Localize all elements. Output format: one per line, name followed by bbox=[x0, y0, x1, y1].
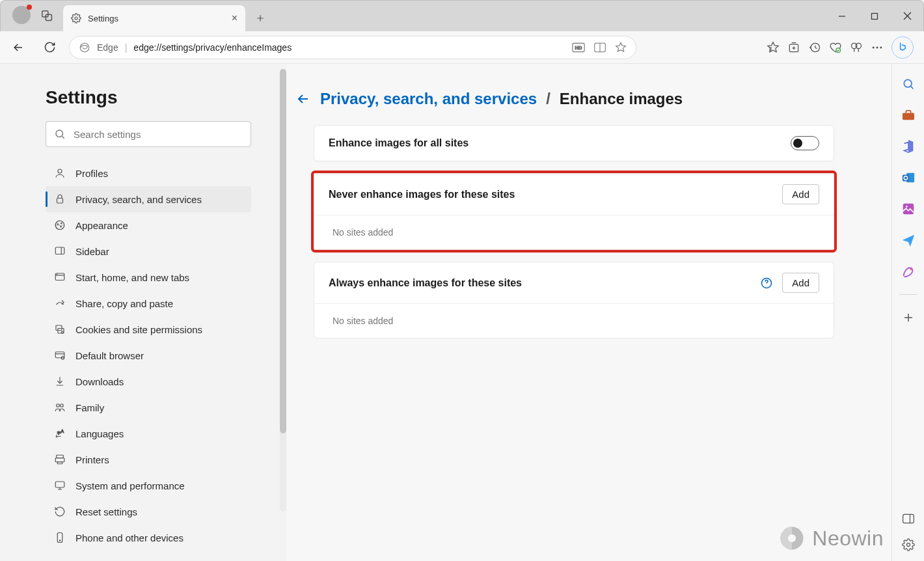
workspaces-icon[interactable] bbox=[40, 8, 55, 24]
menu-dots-icon[interactable] bbox=[871, 41, 884, 54]
nav-item-label: Family bbox=[75, 402, 104, 413]
svg-point-13 bbox=[873, 46, 875, 48]
svg-rect-50 bbox=[903, 514, 914, 523]
svg-rect-29 bbox=[55, 352, 64, 358]
settings-search[interactable] bbox=[46, 121, 251, 147]
minimize-button[interactable] bbox=[826, 1, 858, 31]
breadcrumb-current: Enhance images bbox=[560, 90, 683, 108]
settings-sidebar: Settings ProfilesPrivacy, search, and se… bbox=[0, 64, 286, 561]
svg-point-28 bbox=[61, 331, 63, 333]
sidebar-search-icon[interactable] bbox=[900, 75, 917, 92]
scrollbar-thumb[interactable] bbox=[280, 69, 286, 433]
nav-item-cookies-and-site-permissions[interactable]: Cookies and site permissions bbox=[46, 316, 251, 342]
breadcrumb-back-icon[interactable] bbox=[295, 91, 311, 107]
new-tab-button[interactable] bbox=[249, 7, 271, 29]
nav-item-languages[interactable]: A字Languages bbox=[46, 420, 251, 446]
nav-item-icon bbox=[53, 271, 66, 284]
titlebar-left bbox=[1, 1, 61, 31]
svg-rect-35 bbox=[57, 455, 64, 458]
nav-item-family[interactable]: Family bbox=[46, 394, 251, 420]
svg-point-17 bbox=[58, 169, 62, 173]
back-button[interactable] bbox=[7, 36, 30, 59]
rewards-icon[interactable] bbox=[850, 41, 863, 54]
nav-item-profiles[interactable]: Profiles bbox=[46, 160, 251, 186]
svg-rect-26 bbox=[56, 325, 62, 331]
nav-item-reset-settings[interactable]: Reset settings bbox=[46, 499, 251, 525]
nav-item-icon bbox=[53, 505, 66, 518]
profile-avatar[interactable] bbox=[12, 6, 31, 24]
always-add-button[interactable]: Add bbox=[782, 273, 819, 293]
svg-point-20 bbox=[57, 224, 59, 225]
never-empty-text: No sites added bbox=[314, 215, 834, 249]
nav-item-label: Start, home, and new tabs bbox=[75, 272, 189, 283]
sidebar-office-icon[interactable] bbox=[900, 138, 917, 155]
window-titlebar: Settings × bbox=[0, 0, 924, 31]
settings-heading: Settings bbox=[46, 87, 273, 108]
breadcrumb-parent-link[interactable]: Privacy, search, and services bbox=[320, 90, 537, 108]
nav-item-label: Profiles bbox=[75, 168, 108, 179]
maximize-button[interactable] bbox=[858, 1, 891, 31]
nav-item-icon bbox=[53, 479, 66, 492]
nav-item-share-copy-and-paste[interactable]: Share, copy and paste bbox=[46, 290, 251, 316]
performance-heart-icon[interactable] bbox=[829, 41, 842, 54]
nav-item-privacy-search-and-services[interactable]: Privacy, search, and services bbox=[46, 186, 251, 212]
address-bar[interactable]: Edge | edge://settings/privacy/enhanceIm… bbox=[69, 36, 636, 59]
sidebar-designer-icon[interactable] bbox=[900, 263, 917, 280]
bing-chat-button[interactable] bbox=[891, 36, 914, 59]
nav-item-icon: A字 bbox=[53, 427, 66, 440]
favorite-star-icon[interactable] bbox=[615, 42, 627, 53]
card-title: Enhance images for all sites bbox=[329, 137, 469, 149]
svg-point-53 bbox=[788, 534, 796, 542]
nav-item-label: Default browser bbox=[75, 350, 144, 361]
nav-item-label: Sidebar bbox=[75, 246, 109, 257]
tab-close-icon[interactable]: × bbox=[232, 12, 238, 24]
sidebar-tools-icon[interactable] bbox=[900, 107, 917, 124]
sidebar-toggle-icon[interactable] bbox=[900, 510, 917, 527]
nav-item-label: System and performance bbox=[75, 480, 185, 491]
nav-item-sidebar[interactable]: Sidebar bbox=[46, 238, 251, 264]
nav-item-icon bbox=[53, 375, 66, 388]
card-always-enhance: Always enhance images for these sites Ad… bbox=[314, 262, 834, 338]
history-icon[interactable] bbox=[808, 41, 821, 54]
help-icon[interactable] bbox=[760, 277, 773, 290]
svg-rect-23 bbox=[55, 247, 64, 254]
sidebar-outlook-icon[interactable] bbox=[900, 169, 917, 186]
nav-item-label: Reset settings bbox=[75, 506, 137, 517]
tab-title: Settings bbox=[88, 14, 118, 23]
svg-text:HD: HD bbox=[575, 45, 582, 51]
enhance-all-toggle[interactable] bbox=[791, 136, 819, 150]
sidebar-add-icon[interactable] bbox=[900, 309, 917, 326]
nav-item-appearance[interactable]: Appearance bbox=[46, 212, 251, 238]
sidebar-image-creator-icon[interactable] bbox=[900, 200, 917, 217]
nav-item-printers[interactable]: Printers bbox=[46, 446, 251, 472]
nav-item-system-and-performance[interactable]: System and performance bbox=[46, 472, 251, 499]
toggle-knob-icon bbox=[793, 139, 802, 148]
tab-settings[interactable]: Settings × bbox=[63, 5, 245, 31]
svg-rect-3 bbox=[872, 13, 878, 19]
svg-text:字: 字 bbox=[57, 431, 61, 435]
svg-rect-37 bbox=[57, 462, 62, 464]
never-add-button[interactable]: Add bbox=[782, 184, 819, 204]
sidebar-settings-icon[interactable] bbox=[900, 536, 917, 553]
settings-nav: ProfilesPrivacy, search, and servicesApp… bbox=[46, 160, 251, 551]
svg-point-51 bbox=[906, 543, 910, 547]
nav-item-label: Languages bbox=[75, 428, 124, 439]
svg-text:A: A bbox=[61, 429, 64, 433]
nav-item-phone-and-other-devices[interactable]: Phone and other devices bbox=[46, 525, 251, 551]
svg-point-48 bbox=[905, 206, 907, 208]
hd-icon[interactable]: HD bbox=[572, 42, 585, 53]
collections-icon[interactable] bbox=[787, 41, 800, 54]
close-window-button[interactable] bbox=[891, 1, 923, 31]
settings-search-input[interactable] bbox=[74, 129, 243, 140]
edge-sidebar bbox=[891, 64, 924, 561]
refresh-button[interactable] bbox=[38, 36, 61, 59]
nav-item-default-browser[interactable]: Default browser bbox=[46, 342, 251, 368]
nav-item-label: Phone and other devices bbox=[75, 532, 183, 543]
sidebar-scrollbar[interactable] bbox=[280, 69, 286, 512]
window-controls bbox=[826, 1, 923, 31]
sidebar-drop-icon[interactable] bbox=[900, 232, 917, 249]
split-screen-icon[interactable] bbox=[594, 42, 606, 53]
nav-item-downloads[interactable]: Downloads bbox=[46, 368, 251, 394]
nav-item-start-home-and-new-tabs[interactable]: Start, home, and new tabs bbox=[46, 264, 251, 290]
favorites-icon[interactable] bbox=[767, 41, 780, 54]
